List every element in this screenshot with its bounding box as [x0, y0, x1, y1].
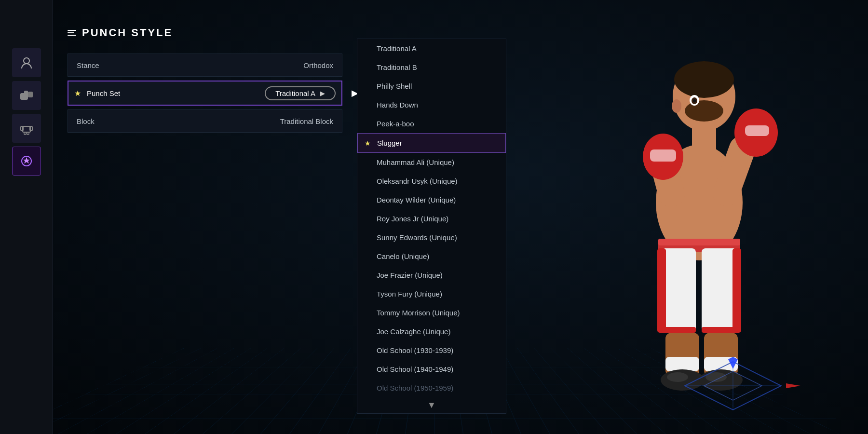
item-label: Old School (1930-1939)	[377, 346, 453, 354]
item-label: Tommy Morrison (Unique)	[377, 309, 460, 317]
section-header: PUNCH STYLE	[68, 27, 376, 39]
item-label: Peek-a-boo	[377, 120, 414, 128]
item-star-icon: ★	[365, 139, 371, 147]
dropdown-item-tyson-fury[interactable]: Tyson Fury (Unique)	[357, 285, 506, 303]
boxer-character	[579, 19, 820, 395]
svg-rect-20	[745, 125, 769, 136]
item-label: Philly Shell	[377, 82, 412, 90]
svg-point-0	[24, 58, 29, 64]
item-label: Old School (1950-1959)	[377, 384, 453, 392]
item-label: Tyson Fury (Unique)	[377, 290, 442, 298]
item-label: Old School (1940-1949)	[377, 365, 453, 373]
dropdown-item-hands-down[interactable]: Hands Down	[357, 95, 506, 114]
svg-rect-26	[732, 248, 741, 333]
dropdown-item-oleksandr-usyk[interactable]: Oleksandr Usyk (Unique)	[357, 172, 506, 190]
item-label: Canelo (Unique)	[377, 252, 429, 260]
svg-rect-17	[650, 149, 676, 162]
dropdown-item-canelo[interactable]: Canelo (Unique)	[357, 247, 506, 266]
item-label: Muhammad Ali (Unique)	[377, 158, 454, 166]
dropdown-item-old-school-1950[interactable]: Old School (1950-1959)	[357, 379, 506, 397]
item-label: Sunny Edwards (Unique)	[377, 233, 457, 242]
svg-rect-8	[27, 132, 29, 135]
sidebar-icon-gloves[interactable]	[12, 81, 41, 110]
punch-set-dropdown: Traditional ATraditional BPhilly ShellHa…	[357, 39, 506, 414]
item-label: Roy Jones Jr (Unique)	[377, 215, 448, 223]
dropdown-item-slugger[interactable]: ★Slugger	[357, 133, 506, 153]
svg-rect-22	[658, 239, 740, 245]
dropdown-item-traditional-a[interactable]: Traditional A	[357, 39, 506, 58]
dropdown-item-deontay-wilder[interactable]: Deontay Wilder (Unique)	[357, 190, 506, 209]
svg-rect-3	[28, 92, 33, 97]
value-arrow-icon: ▶	[320, 90, 325, 97]
item-label: Joe Calzaghe (Unique)	[377, 327, 450, 336]
item-label: Slugger	[377, 139, 402, 147]
dropdown-item-sunny-edwards[interactable]: Sunny Edwards (Unique)	[357, 228, 506, 247]
svg-rect-28	[702, 327, 738, 333]
dropdown-item-joe-frazier[interactable]: Joe Frazier (Unique)	[357, 266, 506, 285]
item-label: Deontay Wilder (Unique)	[377, 196, 456, 204]
dropdown-item-roy-jones-jr[interactable]: Roy Jones Jr (Unique)	[357, 209, 506, 228]
block-label: Block	[77, 117, 280, 125]
block-value: Traditional Block	[280, 117, 333, 125]
punch-set-value: Traditional A	[275, 89, 315, 97]
item-label: Hands Down	[377, 101, 418, 109]
punch-set-label: Punch Set	[87, 89, 265, 97]
svg-rect-6	[30, 126, 32, 131]
block-row[interactable]: Block Traditional Block	[68, 109, 342, 133]
sidebar-icon-profile[interactable]	[12, 48, 41, 77]
svg-rect-7	[24, 132, 26, 135]
menu-lines-icon	[68, 30, 76, 36]
main-content: PUNCH STYLE Stance Orthodox ★ Punch Set …	[53, 0, 391, 434]
dropdown-item-joe-calzaghe[interactable]: Joe Calzaghe (Unique)	[357, 322, 506, 341]
svg-marker-45	[786, 383, 800, 388]
dropdown-item-philly-shell[interactable]: Philly Shell	[357, 77, 506, 95]
punch-set-container: ★ Punch Set Traditional A ▶ ▶	[68, 81, 376, 106]
punch-set-value-box[interactable]: Traditional A ▶	[265, 86, 336, 100]
sidebar-icon-body[interactable]	[12, 114, 41, 143]
scroll-down-arrow[interactable]: ▼	[357, 397, 506, 413]
svg-rect-4	[23, 126, 30, 132]
svg-point-40	[672, 99, 681, 113]
svg-rect-25	[657, 248, 666, 333]
svg-rect-5	[21, 126, 23, 131]
floor-markers	[661, 357, 805, 415]
punch-set-star-icon: ★	[74, 89, 81, 98]
dropdown-item-muhammad-ali[interactable]: Muhammad Ali (Unique)	[357, 153, 506, 172]
dropdown-item-peek-a-boo[interactable]: Peek-a-boo	[357, 114, 506, 133]
dropdown-item-traditional-b[interactable]: Traditional B	[357, 58, 506, 77]
svg-point-39	[693, 99, 696, 103]
svg-rect-14	[692, 125, 716, 149]
item-label: Oleksandr Usyk (Unique)	[377, 177, 458, 185]
svg-rect-2	[24, 91, 28, 95]
page-title: PUNCH STYLE	[82, 27, 173, 39]
svg-point-12	[674, 61, 734, 98]
sidebar	[0, 0, 53, 434]
dropdown-item-tommy-morrison[interactable]: Tommy Morrison (Unique)	[357, 303, 506, 322]
dropdown-item-old-school-1930[interactable]: Old School (1930-1939)	[357, 341, 506, 360]
svg-rect-27	[660, 327, 696, 333]
svg-rect-24	[702, 248, 738, 333]
stance-label: Stance	[77, 61, 303, 69]
item-label: Traditional B	[377, 63, 417, 71]
svg-point-13	[685, 100, 723, 122]
sidebar-icon-special[interactable]	[12, 147, 41, 176]
item-label: Traditional A	[377, 44, 417, 53]
stance-value: Orthodox	[303, 61, 333, 69]
stance-row[interactable]: Stance Orthodox	[68, 54, 342, 77]
dropdown-item-old-school-1940[interactable]: Old School (1940-1949)	[357, 360, 506, 379]
punch-set-row[interactable]: ★ Punch Set Traditional A ▶	[68, 81, 342, 106]
item-label: Joe Frazier (Unique)	[377, 271, 443, 279]
